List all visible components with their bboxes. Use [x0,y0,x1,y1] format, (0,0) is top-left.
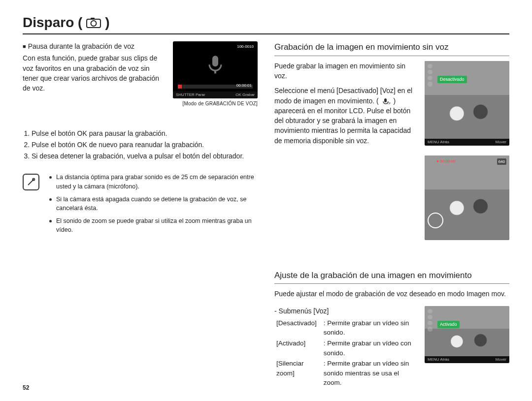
voice-bar-left: SHUTTER Parar [176,92,205,98]
voice-bar-right: OK Grabar [235,92,255,98]
mic-off-indicator [428,213,443,228]
voice-recorder-thumb: 100-0010 00:00:01 SHUTTER Parar OK Graba… [173,41,258,98]
submenu-label: - Submenús [Voz] [274,306,418,316]
right-column: Grabación de la imagen en movimiento sin… [274,41,509,388]
svg-rect-4 [214,70,216,73]
svg-rect-6 [384,98,387,102]
svg-text:OFF: OFF [387,102,391,105]
tip-1: La distancia óptima para grabar sonido e… [51,173,258,190]
sec2-thumb: Activado MENU Atrás Mover [425,306,509,363]
note-icon [23,174,39,190]
title-text: Disparo ( [23,15,82,31]
thumb2-bar-right: Mover [496,357,506,363]
tips-box: La distancia óptima para grabar sonido e… [23,173,258,238]
voice-caption: [Modo de GRABACIÓN DE VOZ] [173,100,258,108]
menu-label-2: Activado [437,321,460,328]
sec1-thumb-menu: Desactivado MENU Atrás Mover [425,61,509,146]
svg-rect-1 [91,18,95,20]
tip-3: El sonido de zoom se puede grabar si uti… [51,216,258,234]
thumb2-bar-left: MENU Atrás [428,357,449,363]
microphone-icon [204,53,227,78]
thumb-bar-right: Mover [496,139,506,145]
camera-icon [86,17,101,28]
left-intro: Con esta función, puede grabar sus clips… [23,53,166,93]
submenu-table: [Desactivado]: Permite grabar un vídeo s… [274,318,418,388]
title-close: ) [105,15,109,31]
voice-index: 100-0010 [237,44,254,50]
step-1: Pulse el botón OK para pausar la grabaci… [32,128,258,138]
page-title: Disparo ( ) [23,15,509,34]
svg-point-2 [91,21,97,26]
page-number: 52 [23,384,29,391]
step-2: Pulse el botón OK de nuevo para reanudar… [32,140,258,150]
table-row: [Activado]: Permite grabar un vídeo con … [274,338,418,358]
table-row: [Silenciar zoom]: Permite grabar un víde… [274,358,418,388]
left-heading: ■Pausa durante la grabación de voz [23,41,166,51]
sec1-p1: Puede grabar la imagen en movimiento sin… [274,61,418,81]
left-column: ■Pausa durante la grabación de voz Con e… [23,41,258,388]
thumb-bar-left: MENU Atrás [428,139,449,145]
sec1-thumb-preview: 640 ● 00:00:00 [425,155,509,240]
sec1-heading: Grabación de la imagen en movimiento sin… [274,41,509,56]
sec2-intro: Puede ajustar el modo de grabación de vo… [274,289,509,299]
sec2-heading: Ajuste de la grabación de una imagen en … [274,270,509,284]
tip-2: Si la cámara está apagada cuando se deti… [51,195,258,213]
step-3: Si desea detener la grabación, vuelva a … [32,151,258,161]
svg-rect-3 [212,56,218,66]
rec-time: ● 00:00:00 [436,158,455,164]
sec1-p2: Seleccione el menú [Desactivado] [Voz] e… [274,86,418,146]
table-row: [Desactivado]: Permite grabar un vídeo s… [274,318,418,338]
steps-list: Pulse el botón OK para pausar la grabaci… [23,128,258,161]
res-badge: 640 [497,158,506,165]
menu-label: Desactivado [437,76,467,83]
mic-off-icon: OFF [381,98,392,105]
voice-time: 00:00:01 [236,83,252,89]
